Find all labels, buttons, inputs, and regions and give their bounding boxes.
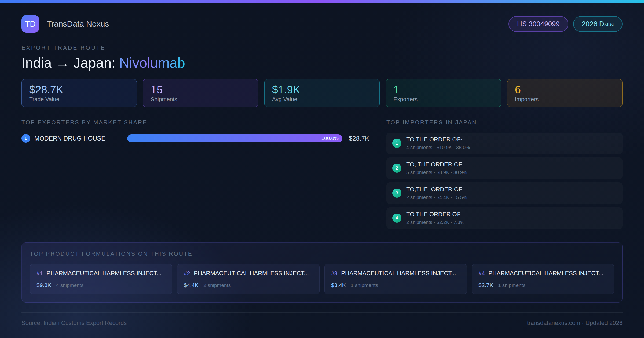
dashboard-page: TD TransData Nexus HS 30049099 2026 Data… xyxy=(0,3,644,326)
footer-site: transdatanexus.com · Updated 2026 xyxy=(527,319,623,326)
formulation-meta-row: $9.8K4 shipments xyxy=(36,282,166,288)
eyebrow-label: EXPORT TRADE ROUTE xyxy=(21,45,623,51)
importers-column: TOP IMPORTERS IN JAPAN 1 TO THE ORDER OF… xyxy=(386,119,623,229)
formulation-value: $3.4K xyxy=(331,282,346,288)
formulation-title-row: #2PHARMACEUTICAL HARMLESS INJECT... xyxy=(184,270,313,277)
importer-item[interactable]: 1 TO THE ORDER OF- 4 shipments · $10.9K … xyxy=(386,133,623,154)
formulation-rank: #2 xyxy=(184,270,190,276)
importer-rank-badge: 1 xyxy=(392,139,401,148)
market-share-percent: 100.0% xyxy=(321,135,339,141)
stat-value: $28.7K xyxy=(29,84,129,96)
importer-meta: 2 shipments · $2.2K · 7.8% xyxy=(406,220,464,225)
importers-list: 1 TO THE ORDER OF- 4 shipments · $10.9K … xyxy=(386,133,623,229)
two-column-section: TOP EXPORTERS BY MARKET SHARE 1 MODERN D… xyxy=(21,119,623,229)
importer-name: TO,THE ORDER OF xyxy=(406,186,467,193)
stat-label: Shipments xyxy=(151,96,250,102)
importer-info: TO,THE ORDER OF 2 shipments · $4.4K · 15… xyxy=(406,186,467,200)
importer-info: TO THE ORDER OF- 4 shipments · $10.9K · … xyxy=(406,136,470,150)
app-name: TransData Nexus xyxy=(47,19,109,28)
formulation-meta-row: $4.4K2 shipments xyxy=(184,282,313,288)
formulation-rank: #1 xyxy=(36,270,43,276)
importer-rank-badge: 4 xyxy=(392,214,401,223)
formulation-shipments: 1 shipments xyxy=(351,282,378,288)
stat-value: 1 xyxy=(393,84,493,96)
formulations-panel: TOP PRODUCT FORMULATIONS ON THIS ROUTE #… xyxy=(21,242,623,303)
formulation-name: PHARMACEUTICAL HARMLESS INJECT... xyxy=(46,270,161,277)
formulation-title-row: #1PHARMACEUTICAL HARMLESS INJECT... xyxy=(36,270,166,277)
exporter-row[interactable]: 1 MODERN DRUG HOUSE 100.0% $28.7K xyxy=(21,134,378,143)
stat-card-importers: 6 Importers xyxy=(507,79,623,107)
market-share-bar-fill: 100.0% xyxy=(127,134,342,142)
formulation-rank: #3 xyxy=(331,270,337,276)
stat-label: Importers xyxy=(515,96,615,102)
footer-source: Source: Indian Customs Export Records xyxy=(21,319,127,326)
stat-label: Trade Value xyxy=(29,96,129,102)
stat-card-trade-value: $28.7K Trade Value xyxy=(21,79,137,107)
importer-meta: 5 shipments · $8.9K · 30.9% xyxy=(406,170,467,175)
exporters-heading: TOP EXPORTERS BY MARKET SHARE xyxy=(21,119,378,126)
stats-row: $28.7K Trade Value 15 Shipments $1.9K Av… xyxy=(21,79,623,107)
importer-name: TO, THE ORDER OF xyxy=(406,161,467,168)
formulation-shipments: 1 shipments xyxy=(498,282,525,288)
formulation-shipments: 4 shipments xyxy=(56,282,83,288)
formulation-name: PHARMACEUTICAL HARMLESS INJECT... xyxy=(341,270,456,277)
importer-meta: 2 shipments · $4.4K · 15.5% xyxy=(406,195,467,200)
formulation-card[interactable]: #3PHARMACEUTICAL HARMLESS INJECT... $3.4… xyxy=(324,264,467,294)
footer: Source: Indian Customs Export Records tr… xyxy=(21,312,623,326)
importer-info: TO THE ORDER OF 2 shipments · $2.2K · 7.… xyxy=(406,211,464,225)
stat-label: Avg Value xyxy=(272,96,372,102)
formulation-value: $4.4K xyxy=(184,282,199,288)
page-title: India → Japan: Nivolumab xyxy=(21,55,623,71)
formulation-rank: #4 xyxy=(478,270,485,276)
importer-meta: 4 shipments · $10.9K · 38.0% xyxy=(406,145,470,150)
formulation-shipments: 2 shipments xyxy=(203,282,231,288)
formulation-card[interactable]: #4PHARMACEUTICAL HARMLESS INJECT... $2.7… xyxy=(472,264,614,294)
importers-heading: TOP IMPORTERS IN JAPAN xyxy=(386,119,623,126)
importer-item[interactable]: 3 TO,THE ORDER OF 2 shipments · $4.4K · … xyxy=(386,182,623,204)
app-logo-text: TD xyxy=(25,19,36,28)
market-share-bar-track: 100.0% xyxy=(127,134,342,142)
hs-code-badge[interactable]: HS 30049099 xyxy=(508,16,568,32)
formulation-card[interactable]: #1PHARMACEUTICAL HARMLESS INJECT... $9.8… xyxy=(30,264,172,294)
formulation-name: PHARMACEUTICAL HARMLESS INJECT... xyxy=(194,270,309,277)
app-logo: TD xyxy=(21,15,39,33)
formulation-value: $9.8K xyxy=(36,282,51,288)
stat-value: 15 xyxy=(151,84,250,96)
formulation-name: PHARMACEUTICAL HARMLESS INJECT... xyxy=(488,270,603,277)
formulation-title-row: #4PHARMACEUTICAL HARMLESS INJECT... xyxy=(478,270,608,277)
formulation-title-row: #3PHARMACEUTICAL HARMLESS INJECT... xyxy=(331,270,460,277)
header-badges: HS 30049099 2026 Data xyxy=(508,16,623,32)
importer-item[interactable]: 2 TO, THE ORDER OF 5 shipments · $8.9K ·… xyxy=(386,157,623,179)
stat-card-exporters: 1 Exporters xyxy=(386,79,501,107)
top-accent-bar xyxy=(0,0,644,3)
formulation-meta-row: $2.7K1 shipments xyxy=(478,282,608,288)
formulation-meta-row: $3.4K1 shipments xyxy=(331,282,460,288)
exporter-value: $28.7K xyxy=(349,135,378,142)
importer-rank-badge: 3 xyxy=(392,189,401,198)
stat-card-shipments: 15 Shipments xyxy=(143,79,258,107)
stat-card-avg-value: $1.9K Avg Value xyxy=(264,79,380,107)
exporters-column: TOP EXPORTERS BY MARKET SHARE 1 MODERN D… xyxy=(21,119,378,229)
stat-value: $1.9K xyxy=(272,84,372,96)
importer-name: TO THE ORDER OF- xyxy=(406,136,470,143)
stat-value: 6 xyxy=(515,84,615,96)
title-product: Nivolumab xyxy=(119,55,185,71)
formulations-heading: TOP PRODUCT FORMULATIONS ON THIS ROUTE xyxy=(30,251,614,257)
header: TD TransData Nexus HS 30049099 2026 Data xyxy=(21,15,623,33)
importer-rank-badge: 2 xyxy=(392,164,401,173)
formulation-cards-row: #1PHARMACEUTICAL HARMLESS INJECT... $9.8… xyxy=(30,264,614,294)
year-data-badge[interactable]: 2026 Data xyxy=(573,16,623,32)
exporter-rank-badge: 1 xyxy=(21,134,30,143)
formulation-value: $2.7K xyxy=(478,282,493,288)
importer-name: TO THE ORDER OF xyxy=(406,211,464,218)
importer-info: TO, THE ORDER OF 5 shipments · $8.9K · 3… xyxy=(406,161,467,175)
stat-label: Exporters xyxy=(393,96,493,102)
brand: TD TransData Nexus xyxy=(21,15,109,33)
formulation-card[interactable]: #2PHARMACEUTICAL HARMLESS INJECT... $4.4… xyxy=(177,264,320,294)
importer-item[interactable]: 4 TO THE ORDER OF 2 shipments · $2.2K · … xyxy=(386,207,623,229)
exporter-name: MODERN DRUG HOUSE xyxy=(34,135,123,142)
title-route: India → Japan: xyxy=(21,55,119,71)
